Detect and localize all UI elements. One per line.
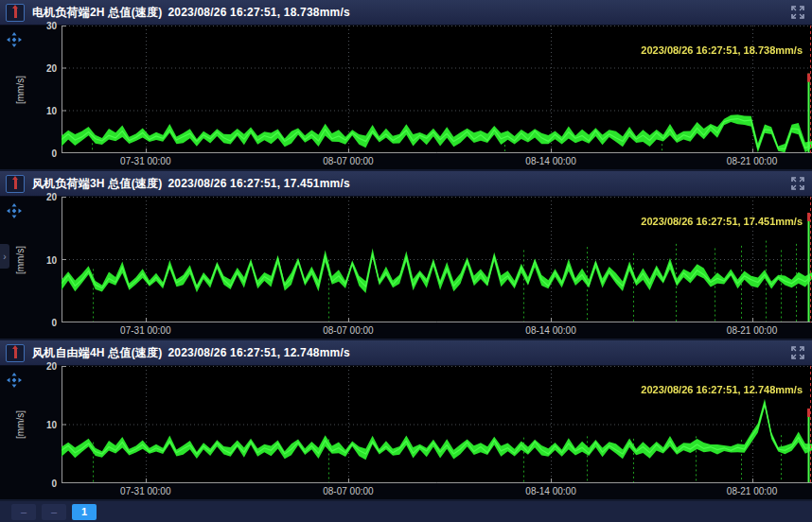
plot-area: 2023/08/26 16:27:51, 17.451mm/s <box>62 197 812 322</box>
sensor-channel-icon[interactable] <box>6 344 25 362</box>
sensor-glyph <box>14 179 17 189</box>
panel-title: 电机负荷端2H 总值(速度)2023/08/26 16:27:51, 18.73… <box>32 5 350 21</box>
x-tick-label: 07-31 00:00 <box>120 156 170 166</box>
x-tick-label: 08-07 00:00 <box>323 156 373 166</box>
panel-body: [mm/s] 0102030 2023/08/26 16:27:51, 18.7… <box>0 26 812 169</box>
x-tick-label: 08-07 00:00 <box>323 325 373 336</box>
plot-area: 2023/08/26 16:27:51, 18.738mm/s <box>62 26 812 153</box>
latest-reading: 2023/08/26 16:27:51, 18.738mm/s <box>168 6 349 19</box>
x-axis: 07-31 00:0008-07 00:0008-14 00:0008-21 0… <box>62 483 812 499</box>
y-tick-label: 10 <box>46 254 57 265</box>
channel-name: 风机自由端4H 总值(速度) <box>32 346 162 359</box>
pagination-page-1-button[interactable]: 1 <box>72 504 97 520</box>
panel-header: 风机负荷端3H 总值(速度)2023/08/26 16:27:51, 17.45… <box>0 171 812 197</box>
x-tick-label: 08-21 00:00 <box>727 156 777 166</box>
y-axis-unit-label: [mm/s] <box>15 410 26 439</box>
panel-header: 电机负荷端2H 总值(速度)2023/08/26 16:27:51, 18.73… <box>0 0 812 26</box>
panel-body: [mm/s] 01020 2023/08/26 16:27:51, 17.451… <box>0 197 812 339</box>
cursor-annotation: 2023/08/26 16:27:51, 17.451mm/s <box>641 216 803 227</box>
move-drag-icon[interactable] <box>7 203 22 218</box>
channel-name: 电机负荷端2H 总值(速度) <box>32 6 162 19</box>
y-tick-label: 10 <box>46 420 57 430</box>
vibration-monitor-app: 电机负荷端2H 总值(速度)2023/08/26 16:27:51, 18.73… <box>0 0 812 522</box>
y-tick-label: 30 <box>46 21 57 31</box>
y-tick-label: 0 <box>51 478 57 489</box>
pagination-prev-first-button[interactable]: – <box>11 504 36 520</box>
sensor-channel-icon[interactable] <box>6 4 25 22</box>
panel-body: [mm/s] 01020 2023/08/26 16:27:51, 12.748… <box>0 366 812 499</box>
chart-panel-fan-load-3h: 风机负荷端3H 总值(速度)2023/08/26 16:27:51, 17.45… <box>0 171 812 339</box>
y-tick-label: 20 <box>46 63 57 74</box>
channel-name: 风机负荷端3H 总值(速度) <box>32 177 162 190</box>
fullscreen-expand-icon[interactable] <box>789 344 806 361</box>
x-axis: 07-31 00:0008-07 00:0008-14 00:0008-21 0… <box>62 322 812 339</box>
y-tick-label: 0 <box>51 318 57 328</box>
latest-reading: 2023/08/26 16:27:51, 17.451mm/s <box>168 177 349 190</box>
sensor-glyph <box>14 348 17 358</box>
x-axis: 07-31 00:0008-07 00:0008-14 00:0008-21 0… <box>62 153 812 169</box>
fullscreen-expand-icon[interactable] <box>789 175 806 192</box>
chart-panel-motor-load-2h: 电机负荷端2H 总值(速度)2023/08/26 16:27:51, 18.73… <box>0 0 812 169</box>
y-tick-label: 20 <box>46 192 57 202</box>
y-tick-label: 0 <box>51 148 57 159</box>
x-tick-label: 08-21 00:00 <box>727 486 777 496</box>
pagination-bar: – – 1 <box>0 501 812 522</box>
y-tick-label: 20 <box>46 361 57 372</box>
y-axis-unit-label: [mm/s] <box>15 246 26 274</box>
plot-area: 2023/08/26 16:27:51, 12.748mm/s <box>62 366 812 483</box>
x-tick-label: 08-07 00:00 <box>323 486 373 496</box>
x-tick-label: 07-31 00:00 <box>120 486 170 496</box>
cursor-annotation: 2023/08/26 16:27:51, 18.738mm/s <box>641 44 803 56</box>
sensor-channel-icon[interactable] <box>6 175 25 193</box>
y-tick-label: 10 <box>46 106 57 116</box>
cursor-annotation: 2023/08/26 16:27:51, 12.748mm/s <box>641 384 803 395</box>
x-tick-label: 08-14 00:00 <box>525 156 575 166</box>
pagination-prev-button[interactable]: – <box>42 504 66 520</box>
panel-title: 风机负荷端3H 总值(速度)2023/08/26 16:27:51, 17.45… <box>32 176 350 192</box>
x-tick-label: 08-14 00:00 <box>525 486 575 496</box>
chart-panel-fan-free-4h: 风机自由端4H 总值(速度)2023/08/26 16:27:51, 12.74… <box>0 340 812 499</box>
move-drag-icon[interactable] <box>7 32 22 47</box>
fullscreen-expand-icon[interactable] <box>789 4 806 21</box>
x-tick-label: 08-21 00:00 <box>727 325 777 336</box>
y-axis-unit-label: [mm/s] <box>15 76 26 104</box>
sidebar-expand-handle[interactable]: › <box>0 244 9 269</box>
x-tick-label: 08-14 00:00 <box>525 325 575 336</box>
move-drag-icon[interactable] <box>7 373 22 388</box>
x-tick-label: 07-31 00:00 <box>120 325 170 336</box>
sensor-glyph <box>14 8 17 18</box>
panel-header: 风机自由端4H 总值(速度)2023/08/26 16:27:51, 12.74… <box>0 340 812 366</box>
latest-reading: 2023/08/26 16:27:51, 12.748mm/s <box>168 346 349 359</box>
panel-title: 风机自由端4H 总值(速度)2023/08/26 16:27:51, 12.74… <box>32 345 350 361</box>
